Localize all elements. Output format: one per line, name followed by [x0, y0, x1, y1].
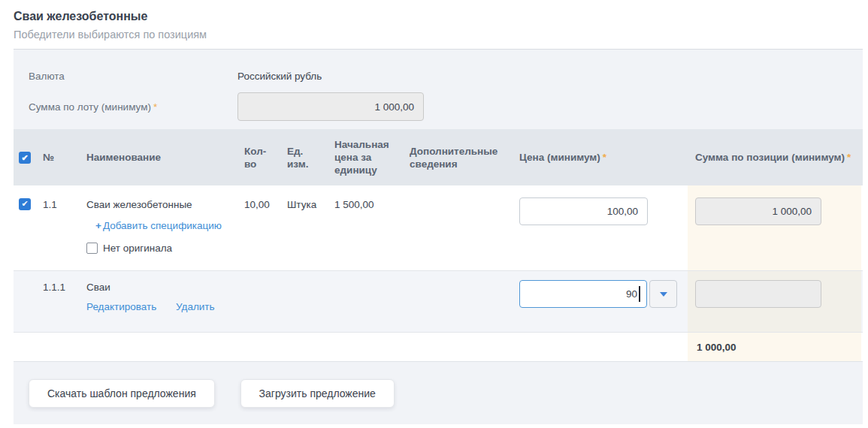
spec-sum-input	[695, 280, 821, 308]
lot-sum-row: Сумма по лоту (минимум)*	[14, 92, 863, 121]
no-original-label: Нет оригинала	[103, 241, 172, 255]
lot-total-sum: 1 000,00	[688, 333, 861, 361]
spec-num: 1.1.1	[38, 271, 84, 332]
page-head: Сваи железобетонные Победители выбираютс…	[14, 0, 863, 42]
row-name: Сваи железобетонные	[86, 197, 237, 212]
lot-sum-input	[237, 92, 424, 121]
spec-info	[410, 271, 519, 332]
required-mark: *	[603, 152, 606, 163]
header-unit: Ед. изм.	[287, 145, 334, 170]
spec-links: Редактировать Удалить	[86, 300, 237, 314]
spec-price-combo	[519, 280, 680, 308]
price-input[interactable]	[519, 197, 648, 225]
row-name-cell: Сваи железобетонные +Добавить спецификац…	[84, 185, 244, 270]
total-row: 1 000,00	[14, 333, 863, 362]
plus-icon: +	[95, 220, 101, 231]
required-mark: *	[153, 101, 157, 113]
spec-price-cell	[519, 271, 688, 332]
spec-price-input[interactable]	[519, 280, 647, 308]
row-checkbox[interactable]: ✔	[19, 198, 31, 210]
lot-form: Валюта Российский рубль Сумма по лоту (м…	[14, 50, 863, 129]
download-template-button[interactable]: Скачать шаблон предложения	[29, 379, 215, 408]
add-spec-link[interactable]: +Добавить спецификацию	[95, 219, 237, 233]
text-cursor	[639, 286, 640, 302]
check-icon: ✔	[21, 200, 28, 208]
table-header: ✔ № Наименование Кол-во Ед. изм. Начальн…	[14, 129, 863, 185]
spec-qty	[244, 271, 287, 332]
position-row: ✔ 1.1 Сваи железобетонные +Добавить спец…	[14, 185, 863, 271]
currency-label: Валюта	[14, 71, 237, 82]
spec-check-cell	[14, 271, 38, 332]
no-original-checkbox[interactable]	[86, 243, 98, 254]
upload-offer-button[interactable]: Загрузить предложение	[240, 379, 395, 408]
lot-panel: Валюта Российский рубль Сумма по лоту (м…	[14, 49, 863, 424]
select-all-checkbox[interactable]: ✔	[19, 152, 31, 164]
row-qty: 10,00	[244, 185, 287, 270]
row-price-cell	[519, 185, 688, 270]
select-all-cell: ✔	[14, 151, 38, 164]
row-sum-cell	[688, 185, 861, 270]
panel-footer: Скачать шаблон предложения Загрузить пре…	[14, 362, 863, 424]
row-start-price: 1 500,00	[334, 185, 410, 270]
header-info: Дополнительные сведения	[410, 145, 519, 170]
row-info	[410, 185, 519, 270]
lot-sum-label: Сумма по лоту (минимум)*	[14, 101, 237, 113]
no-original-row: Нет оригинала	[86, 241, 237, 255]
position-sum-input	[695, 197, 821, 225]
header-sum: Сумма по позиции (минимум)*	[688, 151, 861, 164]
header-num: №	[38, 151, 84, 164]
edit-link[interactable]: Редактировать	[86, 301, 156, 312]
price-dropdown-button[interactable]	[649, 280, 677, 308]
spec-name-cell: Сваи Редактировать Удалить	[84, 271, 244, 332]
spec-price-wrap	[519, 280, 647, 308]
check-icon: ✔	[21, 154, 28, 162]
row-unit: Штука	[287, 185, 334, 270]
spec-start-price	[334, 271, 410, 332]
spec-unit	[287, 271, 334, 332]
header-qty: Кол-во	[244, 145, 287, 170]
page-title: Сваи железобетонные	[14, 9, 863, 24]
lot-section: Сваи железобетонные Победители выбираютс…	[14, 0, 863, 424]
chevron-down-icon	[660, 292, 667, 297]
row-select-cell: ✔	[14, 185, 38, 270]
currency-row: Валюта Российский рубль	[14, 71, 863, 82]
header-start-price: Начальная цена за единицу	[334, 138, 410, 176]
delete-link[interactable]: Удалить	[176, 301, 215, 312]
required-mark: *	[847, 152, 851, 163]
header-name: Наименование	[84, 151, 244, 164]
spec-row: 1.1.1 Сваи Редактировать Удалить	[14, 271, 863, 333]
currency-value: Российский рубль	[237, 71, 322, 82]
spec-name: Сваи	[86, 280, 237, 294]
spec-sum-cell	[688, 271, 861, 332]
row-num: 1.1	[38, 185, 84, 270]
page-subtitle: Победители выбираются по позициям	[14, 27, 863, 42]
header-price: Цена (минимум)*	[519, 151, 688, 164]
